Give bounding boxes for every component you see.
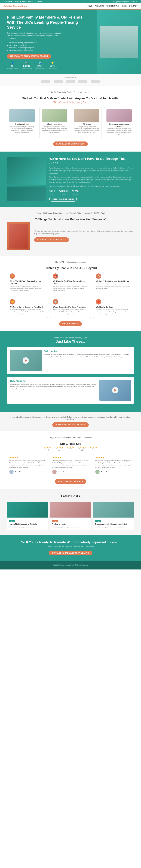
card-img-2	[42, 109, 67, 122]
nav-blog[interactable]: BLOG	[122, 5, 127, 7]
read-testimonials-button[interactable]: READ OUR TESTIMONIALS	[55, 479, 86, 484]
top-bar-right: info@relativeconnections.co.uk	[113, 1, 138, 3]
hero-list-item-1: Professional tracing experts since 2001	[7, 41, 92, 44]
post-content-3: GUIDE Trace your family history through …	[93, 518, 134, 530]
email[interactable]: info@relativeconnections.co.uk	[113, 1, 138, 3]
experience-icon: 👤	[11, 61, 14, 64]
handshake-icon: 🤝	[10, 299, 15, 305]
post-img-1	[7, 502, 48, 518]
teal-stat-2: 5000+ Cases	[59, 189, 69, 195]
reviewer-avatar-3	[95, 470, 100, 474]
card-birth-relative: A birth relative... Whether you're an ad…	[7, 107, 37, 138]
hero-list-item-3: References available upon request	[7, 46, 92, 49]
review-stars-3: ★★★★★	[95, 457, 132, 459]
card-img-1	[9, 109, 35, 122]
story-name-2: They found her	[10, 380, 97, 382]
why-card-text-6: This isn't just a job for us. We genuine…	[96, 309, 131, 315]
nav-contact[interactable]: CONTACT	[129, 5, 138, 7]
teal-stat-label-2: Cases	[59, 193, 69, 195]
hero-cta-button[interactable]: I'M READY TO TALK ABOUT MY SEARCH	[7, 54, 51, 59]
why-card-5: 🛡️ We're Committed To Data Protection We…	[50, 297, 91, 318]
nav-home[interactable]: HOME	[87, 5, 92, 7]
post-excerpt-1: The most useful guide you will ever read…	[9, 526, 46, 528]
stories-pretitle: That's Why We Change so Many Lives	[7, 337, 134, 339]
card-title-2: A family member...	[42, 123, 67, 125]
ebook-section: If You're Still Unsure About Starting Yo…	[0, 207, 141, 256]
play-button-2[interactable]	[112, 387, 118, 393]
story-card-2: They found her After 25 years of looking…	[7, 377, 134, 404]
review-card-3: ★★★★★ Professional, caring and efficient…	[93, 454, 134, 476]
ebook-content: Although this situation is personal and …	[34, 230, 134, 242]
reviews-subtitle-top: They Couldn't Have Asked For a Better Ex…	[7, 437, 134, 439]
nav-about[interactable]: ABOUT US	[95, 5, 104, 7]
story-text-1: It was a huge shock for me to discover t…	[44, 353, 131, 358]
why-card-1: 🏆 We're The UK's #1 People-Tracing Compa…	[7, 271, 48, 294]
top-bar: Excellent 577 Reviews on ★ ☎ 0161 000 00…	[0, 0, 141, 3]
footer: © 2024 Relative Connections. All Rights …	[0, 561, 141, 569]
review-card-2: ★★★★★ Absolutely amazing service. I had …	[50, 454, 91, 476]
google-rating: 4.9	[46, 450, 48, 451]
post-card-1[interactable]: GUIDE How to Find Someone in Australia T…	[7, 502, 48, 530]
why-card-title-5: We're Committed To Data Protection	[53, 306, 88, 308]
review-text-2: Absolutely amazing service. I had been s…	[52, 460, 89, 468]
google-stars: ★★★★★	[44, 446, 51, 448]
learn-more-button[interactable]: LEARN ABOUT OUR PROCESS	[53, 142, 88, 146]
nav-testimonials[interactable]: TESTIMONIALS	[106, 5, 119, 7]
card-family-member: A family member... Have you lost touch w…	[39, 107, 69, 138]
final-cta-button[interactable]: CONTACT TO TALK ABOUT MY SEARCH	[49, 551, 92, 555]
hero-image	[97, 9, 141, 74]
ebook-title: '3 Things You Must Know Before You Find …	[7, 218, 134, 221]
facebook-name: Facebook	[56, 448, 62, 450]
ebook-cta-button[interactable]: GET YOUR FREE COPY TODAY	[34, 238, 69, 242]
reviews-section: They Couldn't Have Asked For a Better Ex…	[0, 431, 141, 489]
card-text-1: Whether you're an adoptee searching for …	[9, 126, 35, 134]
platform-google: ★★★★★ Google 4.9	[44, 446, 51, 451]
cards-row: A birth relative... Whether you're an ad…	[7, 107, 134, 138]
play-button-1[interactable]	[23, 357, 29, 364]
hero-stats: 👤 20+ Years Experience 🔍 5,000+ Cases Re…	[7, 61, 92, 69]
logo-thesun	[78, 80, 87, 83]
platform-trustpilot: ★★★★★ Trustpilot 4.8	[78, 446, 86, 451]
logo-itv	[54, 80, 63, 83]
teal-para-1: We understand that tracking up the coura…	[49, 167, 134, 174]
trophy-icon: 🏆	[10, 273, 15, 279]
why-card-text-2: Our expert team work quickly and efficie…	[53, 285, 88, 291]
reviewer-name-2: Yvonne B.	[58, 471, 65, 473]
story-media-1	[10, 350, 42, 371]
card-friend: A friend... Looking for a long-lost frie…	[72, 107, 102, 138]
reviews-grid: ★★★★★ I cannot recommend Relative Connec…	[7, 454, 134, 476]
nav-links[interactable]: HOME ABOUT US TESTIMONIALS BLOG CONTACT	[87, 5, 138, 7]
teal-image-column	[7, 157, 46, 201]
card-img-4	[106, 109, 132, 122]
story-thumb-1[interactable]	[10, 350, 42, 371]
why-btn-row: WHY CHOOSE US	[7, 321, 134, 326]
trusted-logos	[7, 80, 134, 83]
story-thumb-2[interactable]	[99, 380, 131, 401]
review-text-3: Professional, caring and efficient. They…	[95, 460, 132, 468]
reviewer-avatar-2	[52, 470, 57, 474]
why-card-6: ❤️ We Really Do Care This isn't just a j…	[93, 297, 134, 318]
why-choose-button[interactable]: WHY CHOOSE US	[59, 321, 82, 326]
book-session-button[interactable]: BOOK YOUR SHARING SESSION	[52, 422, 89, 427]
phone-number[interactable]: ☎ 0161 000 0000	[28, 1, 42, 3]
why-card-4: 🤝 We Never Say a Search is 'Too Hard' No…	[7, 297, 48, 318]
why-title: Trusted By People In The UK & Beyond	[7, 267, 134, 270]
reviewer-info-3: James T.	[95, 470, 132, 474]
team-group-photo	[7, 187, 46, 201]
why-card-text-3: Unlike other tracing companies, we don't…	[96, 283, 131, 289]
ebook-inner: Although this situation is personal and …	[7, 222, 134, 250]
cta-section: So If You're Ready To Reunite With Someb…	[0, 535, 141, 561]
talk-section: If you're thinking about tracking someon…	[0, 412, 141, 431]
review-stars-2: ★★★★★	[52, 457, 89, 459]
meet-team-button[interactable]: MEET OUR AMAZING TEAM	[49, 196, 77, 202]
post-card-2[interactable]: STORY Finding my sister A touching story…	[50, 502, 91, 530]
trustpilot-name: Trustpilot	[79, 448, 85, 450]
stat-num-1: 20+	[10, 65, 14, 67]
stat-label-4: 5-Star Reviews	[47, 67, 57, 69]
why-card-3: 🏠 We Don't Just Give You An Address Unli…	[93, 271, 134, 294]
post-title-1: How to Find Someone in Australia	[9, 523, 46, 525]
card-img-3	[74, 109, 99, 122]
post-card-3[interactable]: GUIDE Trace your family history through …	[93, 502, 134, 530]
card-text-2: Have you lost touch with a parent, sibli…	[42, 126, 67, 134]
why-card-title-4: We Never Say a Search is 'Too Hard'	[10, 306, 45, 308]
